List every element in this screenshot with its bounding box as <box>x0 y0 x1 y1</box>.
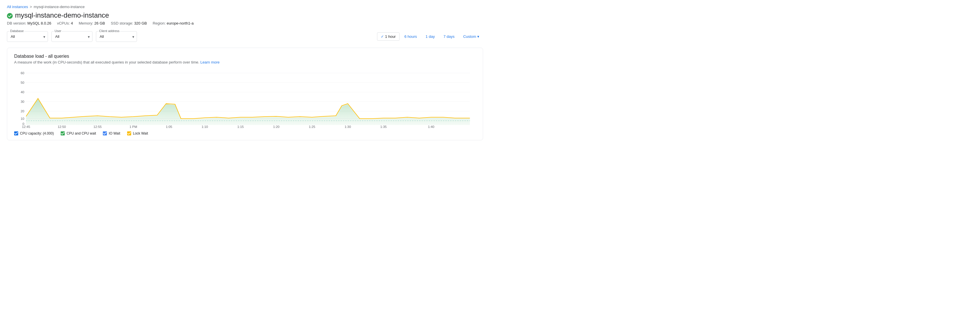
svg-text:12:50: 12:50 <box>58 125 66 128</box>
legend-cpu-cap[interactable]: CPU capacity: (4.000) <box>14 131 54 135</box>
svg-text:50: 50 <box>21 81 24 84</box>
svg-text:1:20: 1:20 <box>273 125 279 128</box>
user-select[interactable]: All <box>52 32 92 41</box>
breadcrumb: All instances > mysql-instance-demo-inst… <box>7 5 483 9</box>
time-btn-7days[interactable]: 7 days <box>440 32 458 41</box>
legend-io-wait-box <box>103 131 107 135</box>
storage: SSD storage: 320 GB <box>111 21 147 25</box>
db-version: DB version: MySQL 8.0.26 <box>7 21 51 25</box>
time-btn-custom[interactable]: Custom ▾ <box>460 32 483 41</box>
database-select[interactable]: All <box>7 32 48 41</box>
time-btn-6hours[interactable]: 6 hours <box>401 32 421 41</box>
user-filter[interactable]: User All ▾ <box>51 31 92 42</box>
time-btn-1day-label: 1 day <box>426 34 435 39</box>
database-filter-label: Database <box>10 29 24 33</box>
database-filter[interactable]: Database All ▾ <box>7 31 48 42</box>
chart-container: 60 50 40 30 20 10 0 <box>14 70 476 128</box>
svg-text:40: 40 <box>21 91 24 94</box>
breadcrumb-current: mysql-instance-demo-instance <box>34 5 85 9</box>
chart-legend: CPU capacity: (4.000) CPU and CPU wait I… <box>14 131 476 135</box>
time-btn-7days-label: 7 days <box>444 34 455 39</box>
svg-text:1:35: 1:35 <box>380 125 387 128</box>
chevron-down-icon: ▾ <box>477 34 479 39</box>
svg-point-0 <box>7 13 13 19</box>
legend-io-wait[interactable]: IO Wait <box>103 131 120 135</box>
svg-text:1:10: 1:10 <box>202 125 208 128</box>
svg-text:1:40: 1:40 <box>428 125 434 128</box>
legend-lock-wait[interactable]: Lock Wait <box>127 131 148 135</box>
chart-description: A measure of the work (in CPU-seconds) t… <box>14 60 476 64</box>
svg-text:30: 30 <box>21 100 24 103</box>
instance-meta: DB version: MySQL 8.0.26 vCPUs: 4 Memory… <box>7 21 483 25</box>
time-btn-1hour-label: 1 hour <box>385 34 396 39</box>
time-btn-1hour[interactable]: ✓ 1 hour <box>377 32 399 41</box>
learn-more-link[interactable]: Learn more <box>200 60 220 64</box>
breadcrumb-parent[interactable]: All instances <box>7 5 28 9</box>
filters-left: Database All ▾ User All ▾ Client address… <box>7 31 137 42</box>
vcpus: vCPUs: 4 <box>57 21 73 25</box>
filters-row: Database All ▾ User All ▾ Client address… <box>7 31 483 42</box>
breadcrumb-separator: > <box>30 5 32 9</box>
chart-section: Database load - all queries A measure of… <box>7 48 483 140</box>
legend-lock-wait-label: Lock Wait <box>133 131 148 135</box>
time-btn-1day[interactable]: 1 day <box>422 32 439 41</box>
svg-text:1 PM: 1 PM <box>129 125 137 128</box>
time-selector: ✓ 1 hour 6 hours 1 day 7 days Custom ▾ <box>377 32 483 41</box>
main-page: All instances > mysql-instance-demo-inst… <box>0 0 490 145</box>
svg-text:1:05: 1:05 <box>166 125 172 128</box>
client-address-filter[interactable]: Client address All ▾ <box>96 31 137 42</box>
legend-cpu-wait[interactable]: CPU and CPU wait <box>60 131 96 135</box>
region: Region: europe-north1-a <box>153 21 194 25</box>
svg-text:60: 60 <box>21 71 24 75</box>
instance-title-row: mysql-instance-demo-instance <box>7 11 483 19</box>
instance-name: mysql-instance-demo-instance <box>15 11 109 19</box>
time-btn-custom-label: Custom <box>463 34 476 39</box>
svg-text:1:25: 1:25 <box>309 125 315 128</box>
svg-text:1:15: 1:15 <box>237 125 244 128</box>
svg-marker-15 <box>26 99 470 125</box>
svg-text:10: 10 <box>21 117 24 121</box>
svg-text:12:55: 12:55 <box>93 125 102 128</box>
user-filter-label: User <box>54 29 62 33</box>
client-address-select[interactable]: All <box>96 32 137 41</box>
svg-text:1:30: 1:30 <box>345 125 351 128</box>
chart-title: Database load - all queries <box>14 54 476 59</box>
legend-cpu-wait-label: CPU and CPU wait <box>67 131 96 135</box>
chart-svg: 60 50 40 30 20 10 0 <box>14 70 476 128</box>
time-btn-6hours-label: 6 hours <box>404 34 417 39</box>
status-icon <box>7 13 13 18</box>
legend-io-wait-label: IO Wait <box>109 131 120 135</box>
chart-desc-text: A measure of the work (in CPU-seconds) t… <box>14 60 199 64</box>
legend-cpu-wait-box <box>60 131 65 135</box>
check-icon: ✓ <box>381 34 384 39</box>
svg-text:12:45: 12:45 <box>22 125 30 128</box>
svg-text:20: 20 <box>21 110 24 113</box>
client-address-filter-label: Client address <box>99 29 120 33</box>
memory: Memory: 26 GB <box>79 21 105 25</box>
legend-cpu-cap-label: CPU capacity: (4.000) <box>20 131 54 135</box>
legend-lock-wait-box <box>127 131 131 135</box>
